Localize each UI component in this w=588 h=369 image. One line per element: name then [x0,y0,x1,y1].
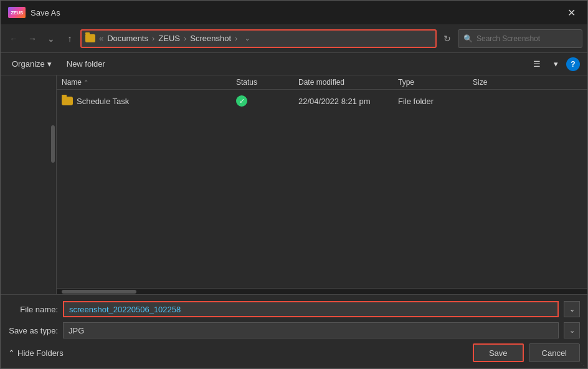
search-input[interactable] [477,34,570,43]
save-button[interactable]: Save [473,343,524,362]
col-header-type[interactable]: Type [398,78,473,87]
close-button[interactable]: ✕ [562,4,580,21]
search-icon: 🔍 [463,34,473,43]
action-buttons: Save Cancel [473,343,580,362]
organize-label: Organize [12,59,45,69]
address-arrow-2: › [184,34,186,43]
col-header-date[interactable]: Date modified [298,78,398,87]
file-name: Schedule Task [77,97,129,106]
zeus-logo: ZEUS [8,7,26,18]
filename-dropdown-btn[interactable]: ⌄ [564,301,580,317]
col-date-label: Date modified [298,78,344,87]
filetype-dropdown-btn[interactable]: ⌄ [564,322,580,338]
hide-folders-label: Hide Folders [17,348,64,358]
filetype-select[interactable]: JPG PNG BMP [63,322,559,338]
col-type-label: Type [398,78,414,87]
address-bar[interactable]: « Documents › ZEUS › Screenshot › ⌄ [80,29,437,48]
address-dropdown-btn[interactable]: ⌄ [241,31,254,47]
col-status-label: Status [236,78,257,87]
filename-input[interactable] [63,301,559,317]
nav-bar: ← → ⌄ ↑ « Documents › ZEUS › Screenshot … [1,24,587,53]
folder-icon [62,97,73,105]
file-status: ✓ [236,95,298,107]
sidebar [1,75,57,294]
filename-row: File name: ⌄ [8,301,580,317]
file-list: Name ⌃ Status Date modified Type Size [57,75,587,294]
col-name-label: Name [62,78,82,87]
h-scroll-thumb [62,290,136,294]
col-header-size[interactable]: Size [473,78,582,87]
status-check-icon: ✓ [236,95,247,107]
cancel-button[interactable]: Cancel [529,343,580,362]
dropdown-button[interactable]: ⌄ [43,31,59,47]
up-button[interactable]: ↑ [62,31,78,47]
col-size-label: Size [473,78,487,87]
savetype-label: Save as type: [8,326,58,335]
hide-folders-arrow: ⌃ [8,348,15,358]
file-type: File folder [398,97,473,106]
file-rows: Schedule Task ✓ 22/04/2022 8:21 pm File … [57,90,587,288]
horizontal-scrollbar[interactable] [57,288,587,294]
organize-arrow: ▾ [47,59,52,69]
new-folder-button[interactable]: New folder [63,57,109,70]
folder-icon [85,34,95,42]
dialog-title: Save As [31,8,60,17]
hide-folders-button[interactable]: ⌃ Hide Folders [8,348,64,358]
filetype-row: Save as type: JPG PNG BMP ⌄ [8,322,580,338]
refresh-button[interactable]: ↻ [439,31,455,47]
address-arrow-3: › [235,34,237,43]
forward-button[interactable]: → [24,31,40,47]
content-area: Name ⌃ Status Date modified Type Size [1,75,587,294]
back-button[interactable]: ← [6,31,22,47]
table-row[interactable]: Schedule Task ✓ 22/04/2022 8:21 pm File … [57,92,587,110]
title-bar-left: ZEUS Save As [8,7,60,18]
address-separator-1: « [99,34,103,43]
save-as-dialog: ZEUS Save As ✕ ← → ⌄ ↑ « Documents › ZEU… [0,0,588,369]
view-arrow-button[interactable]: ▾ [548,56,564,72]
file-date: 22/04/2022 8:21 pm [298,97,398,106]
sort-indicator: ⌃ [83,79,88,86]
toolbar-right: ☰ ▾ ? [529,56,580,72]
resize-grip[interactable]: ⋱ [579,360,586,367]
view-button[interactable]: ☰ [529,56,545,72]
search-box: 🔍 [458,29,582,48]
column-headers: Name ⌃ Status Date modified Type Size [57,75,587,90]
action-row: ⌃ Hide Folders Save Cancel [8,343,580,362]
title-bar: ZEUS Save As ✕ [1,1,587,24]
address-screenshot: Screenshot [190,34,231,43]
help-button[interactable]: ? [566,57,580,71]
bottom-bar: File name: ⌄ Save as type: JPG PNG BMP ⌄… [1,294,587,368]
address-arrow-1: › [152,34,154,43]
toolbar: Organize ▾ New folder ☰ ▾ ? [1,53,587,75]
col-header-status[interactable]: Status [236,78,298,87]
filename-label: File name: [8,305,58,314]
organize-button[interactable]: Organize ▾ [8,57,55,70]
file-row-name: Schedule Task [62,97,236,106]
address-documents: Documents [107,34,148,43]
address-zeus: ZEUS [158,34,180,43]
sidebar-scrollbar[interactable] [51,125,55,163]
toolbar-left: Organize ▾ New folder [8,57,109,70]
col-header-name[interactable]: Name ⌃ [62,78,236,87]
